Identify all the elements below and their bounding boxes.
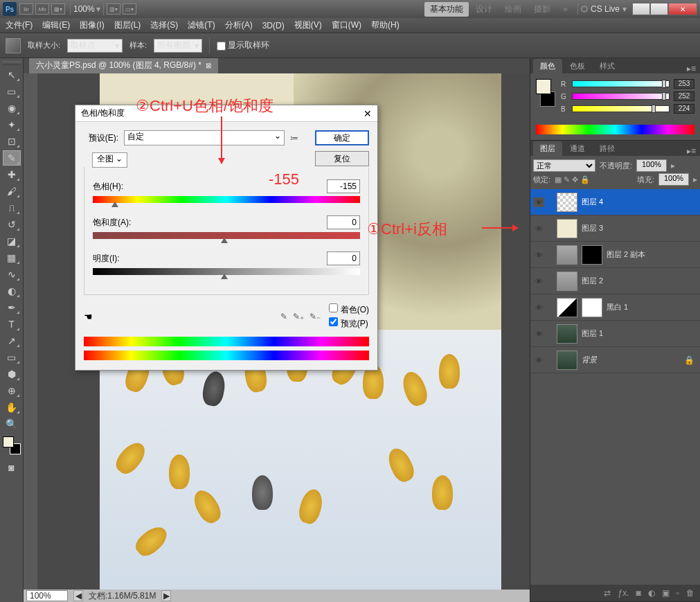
cs-live[interactable]: CS Live▾ bbox=[581, 4, 627, 14]
lasso-tool[interactable]: ◉ bbox=[3, 100, 21, 116]
workspace-photo[interactable]: 摄影 bbox=[528, 2, 556, 17]
menu-help[interactable]: 帮助(H) bbox=[371, 19, 400, 31]
screenmode-icon[interactable]: ▭▾ bbox=[123, 3, 136, 15]
visibility-icon[interactable] bbox=[533, 250, 544, 260]
visibility-icon[interactable] bbox=[533, 276, 544, 286]
layer-row[interactable]: 图层 4 bbox=[530, 189, 700, 215]
slider-g[interactable] bbox=[572, 93, 670, 100]
menu-3d[interactable]: 3D(D) bbox=[262, 21, 285, 30]
range-select[interactable]: 全图 ⌄ bbox=[92, 152, 127, 168]
saturation-input[interactable] bbox=[327, 215, 360, 229]
fill-input[interactable]: 100% bbox=[658, 173, 689, 186]
maximize-button[interactable]: ▢ bbox=[650, 3, 668, 15]
preset-menu-icon[interactable]: ≔ bbox=[290, 133, 298, 143]
workspace-basic[interactable]: 基本功能 bbox=[424, 2, 469, 17]
sample-size-select[interactable]: 取样点▾ bbox=[67, 39, 123, 53]
menu-window[interactable]: 窗口(W) bbox=[332, 19, 361, 31]
3d-tool[interactable]: ⬢ bbox=[3, 366, 21, 382]
move-tool[interactable]: ↖ bbox=[3, 67, 21, 82]
hue-slider[interactable] bbox=[93, 196, 360, 203]
blur-tool[interactable]: ∿ bbox=[3, 267, 21, 282]
zoom-level[interactable]: 100% bbox=[73, 4, 95, 14]
layer-thumbnail[interactable] bbox=[557, 245, 577, 265]
sample-select[interactable]: 所有图层▾ bbox=[154, 39, 202, 53]
menu-view[interactable]: 视图(V) bbox=[294, 19, 322, 31]
hue-input[interactable] bbox=[327, 179, 360, 193]
color-spectrum[interactable] bbox=[536, 125, 694, 134]
link-layers-icon[interactable]: ⇄ bbox=[604, 588, 611, 598]
layer-row[interactable]: 黑白 1 bbox=[530, 294, 700, 321]
layer-name[interactable]: 图层 2 bbox=[582, 276, 603, 286]
minimize-button[interactable]: — bbox=[632, 3, 650, 15]
layer-fx-icon[interactable]: ƒx. bbox=[618, 588, 629, 598]
close-button[interactable]: ✕ bbox=[668, 3, 697, 15]
brush-tool[interactable]: 🖌 bbox=[3, 184, 21, 199]
layers-menu-icon[interactable]: ▸≡ bbox=[683, 146, 700, 156]
tab-swatches[interactable]: 色板 bbox=[563, 59, 592, 73]
path-tool[interactable]: ↗ bbox=[3, 333, 21, 348]
gradient-tool[interactable]: ▦ bbox=[3, 250, 21, 265]
tab-styles[interactable]: 样式 bbox=[593, 59, 622, 73]
wand-tool[interactable]: ✦ bbox=[3, 117, 21, 132]
minibridge-icon[interactable]: Mb bbox=[35, 3, 49, 15]
layer-name[interactable]: 图层 3 bbox=[582, 223, 603, 233]
lightness-slider[interactable] bbox=[93, 268, 360, 275]
opacity-input[interactable]: 100% bbox=[636, 159, 667, 172]
slider-r[interactable] bbox=[572, 80, 670, 87]
ok-button[interactable]: 确定 bbox=[315, 130, 369, 145]
visibility-icon[interactable] bbox=[533, 303, 544, 312]
menu-edit[interactable]: 编辑(E) bbox=[42, 19, 70, 31]
layer-row[interactable]: 图层 1 bbox=[530, 321, 700, 347]
menu-file[interactable]: 文件(F) bbox=[6, 19, 33, 31]
colorize-check[interactable]: 着色(O) bbox=[329, 303, 369, 316]
panel-grip[interactable] bbox=[2, 61, 21, 65]
bridge-icon[interactable]: Br bbox=[19, 3, 33, 15]
zoom-tool[interactable]: 🔍 bbox=[3, 416, 21, 432]
saturation-slider[interactable] bbox=[93, 232, 360, 239]
lightness-input[interactable] bbox=[327, 251, 360, 265]
panel-menu-icon[interactable]: ▸≡ bbox=[683, 64, 700, 73]
eyedropper-sub-icon[interactable]: ✎₋ bbox=[309, 312, 321, 321]
color-swatch[interactable] bbox=[3, 436, 21, 454]
menu-image[interactable]: 图像(I) bbox=[80, 19, 104, 31]
layer-row[interactable]: 图层 3 bbox=[530, 215, 700, 242]
marquee-tool[interactable]: ▭ bbox=[3, 84, 21, 99]
crop-tool[interactable]: ⊡ bbox=[3, 134, 21, 149]
stamp-tool[interactable]: ⎍ bbox=[3, 200, 21, 215]
workspace-design[interactable]: 设计 bbox=[470, 2, 498, 17]
layer-name[interactable]: 背景 bbox=[582, 355, 597, 365]
layer-name[interactable]: 图层 4 bbox=[582, 197, 603, 207]
status-nav-left[interactable]: ◀ bbox=[73, 590, 83, 601]
preset-select[interactable]: 自定⌄ bbox=[124, 130, 285, 145]
view-extras-icon[interactable]: ▦▾ bbox=[51, 3, 65, 15]
layer-row[interactable]: 图层 2 bbox=[530, 268, 700, 294]
color-fg-bg[interactable] bbox=[536, 79, 555, 107]
reset-button[interactable]: 复位 bbox=[315, 151, 369, 166]
menu-analysis[interactable]: 分析(A) bbox=[225, 19, 253, 31]
workspace-paint[interactable]: 绘画 bbox=[499, 2, 527, 17]
eyedropper-add-icon[interactable]: ✎₊ bbox=[293, 312, 304, 321]
menu-layer[interactable]: 图层(L) bbox=[114, 19, 141, 31]
visibility-icon[interactable] bbox=[533, 224, 544, 233]
layer-thumbnail[interactable] bbox=[557, 298, 577, 317]
menu-select[interactable]: 选择(S) bbox=[150, 19, 178, 31]
layer-thumbnail[interactable] bbox=[557, 272, 577, 291]
heal-tool[interactable]: ✚ bbox=[3, 167, 21, 182]
menu-filter[interactable]: 滤镜(T) bbox=[188, 19, 215, 31]
dialog-close-icon[interactable]: ✕ bbox=[364, 108, 372, 119]
layer-group-icon[interactable]: ▣ bbox=[662, 588, 670, 598]
tab-layers[interactable]: 图层 bbox=[533, 141, 562, 156]
status-zoom[interactable]: 100% bbox=[26, 590, 68, 601]
layer-row[interactable]: 图层 2 副本 bbox=[530, 242, 700, 268]
blend-mode-select[interactable]: 正常 bbox=[533, 159, 595, 172]
layer-mask-icon[interactable]: ◙ bbox=[636, 588, 640, 598]
eraser-tool[interactable]: ◪ bbox=[3, 233, 21, 249]
quickmask-tool[interactable]: ◙ bbox=[3, 460, 21, 475]
status-menu[interactable]: ▶ bbox=[161, 590, 171, 601]
tab-channels[interactable]: 通道 bbox=[563, 141, 592, 156]
visibility-icon[interactable] bbox=[533, 329, 544, 339]
visibility-icon[interactable] bbox=[533, 197, 544, 207]
visibility-icon[interactable] bbox=[533, 355, 544, 365]
new-layer-icon[interactable]: ▫ bbox=[676, 588, 679, 598]
type-tool[interactable]: T bbox=[3, 317, 21, 332]
